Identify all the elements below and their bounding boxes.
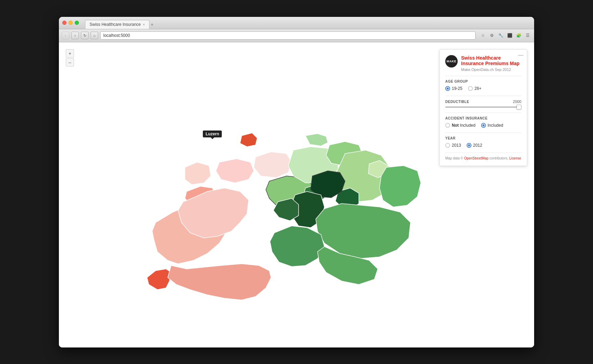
- canton-ticino[interactable]: [270, 226, 324, 267]
- accident-radio-not-included[interactable]: [445, 123, 450, 128]
- deductible-value: 2000: [513, 100, 521, 104]
- accident-label: ACCIDENT INSURANCE: [445, 116, 521, 120]
- divider-5: [445, 153, 521, 153]
- age-option-19-25[interactable]: 19-25: [445, 86, 462, 91]
- close-button[interactable]: [62, 21, 66, 25]
- accident-label-not-included: Not Included: [452, 123, 476, 128]
- back-icon: ‹: [65, 33, 66, 38]
- tools-icon[interactable]: 🔧: [497, 32, 504, 39]
- info-panel: MAKE Swiss Healthcare Insurance Premiums…: [439, 49, 527, 166]
- browser-tab[interactable]: Swiss Healthcare Insurance ×: [85, 20, 149, 29]
- deductible-label: DEDUCTIBLE: [445, 100, 469, 104]
- refresh-icon: ↻: [83, 33, 86, 38]
- canton-jura[interactable]: [185, 162, 211, 185]
- age-radio-26plus[interactable]: [468, 86, 473, 91]
- url-bar[interactable]: localhost:5000: [100, 31, 476, 40]
- logo-text: MAKE: [447, 60, 457, 63]
- switzerland-map[interactable]: [118, 78, 428, 312]
- license-link[interactable]: License: [509, 156, 521, 160]
- nav-bar: ‹ › ↻ ⌂ localhost:5000 ☆ ⚙ 🔧 ⬛ 🧩 ☰: [59, 29, 534, 42]
- divider-3: [445, 113, 521, 113]
- divider-2: [445, 96, 521, 96]
- divider-4: [445, 133, 521, 133]
- tab-close-button[interactable]: ×: [143, 23, 145, 27]
- year-option-2012[interactable]: 2012: [467, 143, 482, 148]
- minimize-button[interactable]: [69, 21, 73, 25]
- canton-basel[interactable]: [240, 133, 257, 147]
- deductible-header: DEDUCTIBLE 2000: [445, 100, 521, 104]
- attribution-text: Map data ©: [445, 156, 464, 160]
- zoom-controls: + –: [66, 49, 74, 66]
- main-content: Luzern + – MAKE Swiss Healthcare Insuran…: [59, 42, 534, 347]
- panel-title-block: Swiss Healthcare Insurance Premiums Map …: [461, 55, 521, 72]
- browser-window: Swiss Healthcare Insurance × + ‹ › ↻ ⌂ l…: [59, 17, 534, 347]
- accident-option-not-included[interactable]: Not Included: [445, 123, 476, 128]
- canton-geneva[interactable]: [147, 269, 171, 290]
- forward-button[interactable]: ›: [71, 32, 79, 39]
- canton-solothurn[interactable]: [216, 159, 254, 183]
- attribution-suffix: contributors,: [488, 156, 509, 160]
- deductible-slider-fill: [445, 106, 521, 108]
- cast-icon[interactable]: ⬛: [506, 32, 513, 39]
- canton-east-area[interactable]: [379, 166, 421, 207]
- year-radio-2012[interactable]: [467, 143, 471, 148]
- age-group-label: AGE GROUP: [445, 80, 521, 83]
- accident-label-included: Included: [488, 123, 503, 128]
- home-icon: ⌂: [93, 33, 96, 38]
- settings-icon[interactable]: ⚙: [488, 32, 496, 39]
- refresh-button[interactable]: ↻: [81, 32, 89, 39]
- year-option-2013[interactable]: 2013: [445, 143, 461, 148]
- zoom-out-button[interactable]: –: [66, 58, 74, 66]
- title-bar: Swiss Healthcare Insurance × +: [59, 17, 534, 29]
- divider-1: [445, 76, 521, 76]
- year-label-2013: 2013: [452, 143, 461, 148]
- deductible-slider-thumb[interactable]: [517, 105, 521, 110]
- age-label-19-25: 19-25: [452, 86, 462, 91]
- forward-icon: ›: [74, 33, 76, 38]
- age-radio-19-25[interactable]: [445, 86, 450, 91]
- attribution: Map data © OpenStreetMap contributors, L…: [445, 156, 521, 160]
- maximize-button[interactable]: [75, 21, 79, 25]
- home-button[interactable]: ⌂: [91, 32, 98, 39]
- canton-valais[interactable]: [168, 264, 271, 300]
- zoom-in-button[interactable]: +: [66, 49, 74, 58]
- age-option-26plus[interactable]: 26+: [468, 86, 481, 91]
- openstreetmap-link[interactable]: OpenStreetMap: [464, 156, 489, 160]
- accident-radio-group: Not Included Included: [445, 123, 521, 128]
- bookmark-star-icon[interactable]: ☆: [479, 32, 487, 39]
- accident-radio-included[interactable]: [481, 123, 486, 128]
- panel-subtitle: Make.OpenData.ch Sep 2012: [461, 67, 521, 72]
- extension-icon[interactable]: 🧩: [515, 32, 522, 39]
- age-group-radio-group: 19-25 26+: [445, 86, 521, 91]
- accident-option-included[interactable]: Included: [481, 123, 503, 128]
- url-text: localhost:5000: [103, 33, 130, 38]
- back-button[interactable]: ‹: [62, 32, 69, 39]
- age-label-26plus: 26+: [475, 86, 481, 91]
- make-logo: MAKE: [445, 55, 458, 67]
- year-radio-group: 2013 2012: [445, 143, 521, 148]
- menu-icon[interactable]: ☰: [524, 32, 531, 39]
- panel-title: Swiss Healthcare Insurance Premiums Map: [461, 55, 521, 67]
- year-label-2012: 2012: [473, 143, 482, 148]
- panel-minimize-button[interactable]: —: [518, 52, 523, 58]
- new-tab-button[interactable]: +: [151, 20, 154, 29]
- tab-bar: Swiss Healthcare Insurance × +: [85, 17, 154, 29]
- traffic-lights: [62, 21, 79, 25]
- year-label: YEAR: [445, 136, 521, 140]
- tab-title: Swiss Healthcare Insurance: [90, 22, 141, 27]
- canton-aargau[interactable]: [254, 152, 292, 178]
- canton-schaffhausen[interactable]: [305, 134, 328, 146]
- deductible-slider-container: [445, 106, 521, 108]
- year-radio-2013[interactable]: [445, 143, 450, 148]
- deductible-slider-track: [445, 106, 521, 108]
- nav-icons: ☆ ⚙ 🔧 ⬛ 🧩 ☰: [479, 32, 531, 39]
- panel-header: MAKE Swiss Healthcare Insurance Premiums…: [445, 55, 521, 72]
